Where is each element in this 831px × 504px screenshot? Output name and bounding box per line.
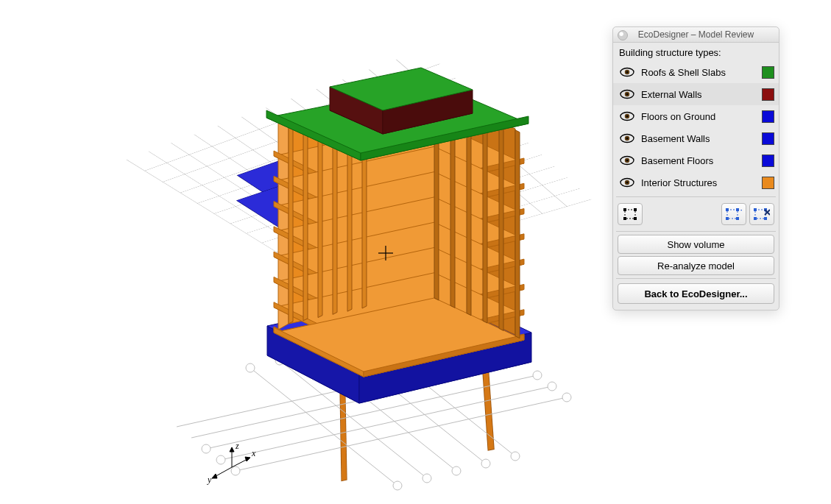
type-label: Basement Floors [641, 155, 757, 166]
divider [616, 196, 776, 197]
eye-icon[interactable] [618, 155, 637, 166]
svg-point-101 [626, 160, 628, 161]
color-swatch[interactable] [762, 66, 774, 79]
select-matching-button[interactable]: + [721, 203, 746, 225]
svg-rect-110 [727, 210, 738, 219]
svg-marker-85 [212, 474, 217, 478]
axis-x-label: x [251, 448, 256, 458]
eye-icon[interactable] [618, 177, 637, 188]
svg-rect-108 [623, 217, 626, 220]
model-review-panel: EcoDesigner – Model Review Building stru… [612, 26, 779, 310]
eye-icon[interactable] [618, 67, 637, 77]
section-label: Building structure types: [613, 43, 779, 61]
structure-type-list: Roofs & Shell Slabs External Walls Floor… [613, 61, 779, 194]
back-button[interactable]: Back to EcoDesigner... [618, 283, 774, 304]
divider [616, 231, 776, 232]
type-label: Floors on Ground [641, 111, 757, 122]
type-label: External Walls [641, 89, 757, 100]
panel-titlebar[interactable]: EcoDesigner – Model Review [613, 27, 779, 43]
svg-rect-112 [736, 208, 739, 211]
type-row-roofs[interactable]: Roofs & Shell Slabs [613, 61, 779, 83]
eye-icon[interactable] [618, 133, 637, 143]
select-inverse-button[interactable] [749, 203, 774, 225]
svg-rect-116 [755, 210, 765, 219]
selection-tool-button[interactable] [618, 203, 643, 225]
axis-y-label: y [207, 475, 212, 485]
back-label: Back to EcoDesigner... [644, 288, 747, 299]
select-matching-icon: + [726, 207, 742, 221]
type-row-basement-floors[interactable]: Basement Floors [613, 149, 779, 171]
svg-rect-107 [634, 208, 637, 211]
type-label: Interior Structures [641, 177, 757, 188]
type-row-external-walls[interactable]: External Walls [613, 83, 779, 105]
type-row-floors-on-ground[interactable]: Floors on Ground [613, 105, 779, 127]
show-volume-button[interactable]: Show volume [618, 235, 774, 254]
type-row-basement-walls[interactable]: Basement Walls [613, 127, 779, 149]
axis-indicator: z x y [206, 441, 258, 489]
tool-row: + [613, 200, 779, 228]
color-swatch[interactable] [762, 132, 774, 145]
color-swatch[interactable] [762, 177, 774, 189]
show-volume-label: Show volume [667, 239, 724, 250]
axis-z-label: z [235, 441, 239, 451]
reanalyze-button[interactable]: Re-analyze model [618, 256, 774, 275]
svg-rect-109 [634, 217, 637, 220]
svg-rect-114 [736, 217, 739, 220]
svg-marker-86 [245, 457, 250, 461]
svg-rect-119 [754, 217, 757, 220]
svg-point-95 [626, 116, 628, 117]
svg-point-89 [626, 71, 628, 73]
eye-icon[interactable] [618, 89, 637, 99]
svg-marker-84 [230, 447, 234, 452]
color-swatch[interactable] [762, 155, 774, 167]
svg-text:+: + [740, 207, 742, 214]
svg-rect-111 [726, 208, 729, 211]
svg-rect-120 [764, 217, 767, 220]
svg-point-104 [626, 182, 628, 183]
select-inverse-icon [754, 207, 770, 221]
svg-point-98 [626, 138, 628, 139]
svg-rect-105 [625, 210, 635, 219]
type-row-interior-structures[interactable]: Interior Structures [613, 171, 779, 194]
svg-rect-117 [754, 208, 757, 211]
panel-title: EcoDesigner – Model Review [638, 29, 754, 40]
color-swatch[interactable] [762, 88, 774, 101]
type-label: Basement Walls [641, 133, 757, 144]
svg-rect-113 [726, 217, 729, 220]
svg-rect-106 [623, 208, 626, 211]
close-icon[interactable] [618, 30, 628, 40]
selection-tool-icon [623, 207, 637, 221]
type-label: Roofs & Shell Slabs [641, 67, 757, 78]
eye-icon[interactable] [618, 111, 637, 121]
color-swatch[interactable] [762, 110, 774, 123]
reanalyze-label: Re-analyze model [657, 260, 735, 271]
svg-point-92 [626, 93, 628, 95]
divider [616, 278, 776, 279]
